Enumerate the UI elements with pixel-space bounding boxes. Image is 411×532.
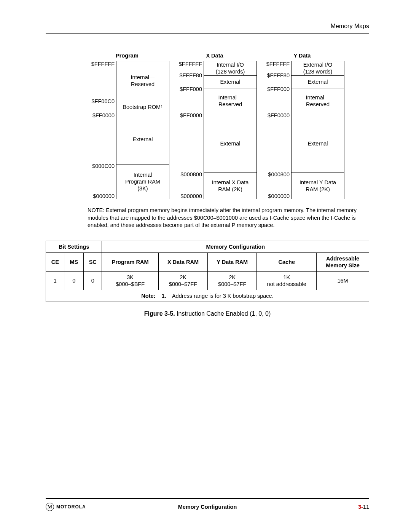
addr-label: $000000	[268, 193, 290, 199]
th-mem-config: Memory Configuration	[102, 241, 369, 252]
addr-label: $000000	[93, 193, 115, 199]
map-cell: External	[204, 76, 256, 88]
footer-center: Memory Configuration	[46, 504, 369, 510]
addr-label: $000800	[181, 171, 202, 177]
td-value: 2K$000–$7FF	[158, 272, 207, 290]
map-cell: Internal X DataRAM (2K)	[204, 173, 256, 199]
addr-label: $FFFFFF	[266, 61, 290, 67]
box-col-ydata: External I/O(128 words)ExternalInternal—…	[291, 61, 344, 199]
motorola-logo-text: MOTOROLA	[56, 504, 86, 510]
figure-label: Figure 3-5.	[144, 310, 175, 317]
box-col-xdata: Internal I/O(128 words)ExternalInternal—…	[204, 61, 257, 199]
addr-col-ydata: $FFFFFF$FFFF80$FFF000$FF0000$000800$0000…	[260, 61, 291, 200]
addr-col-xdata: $FFFFFF$FFFF80$FFF000$FF0000$000800$0000…	[172, 61, 204, 200]
motorola-logo-icon: M	[46, 503, 54, 511]
page-footer: M MOTOROLA Memory Configuration 3-11	[46, 498, 369, 511]
map-cell: Internal—Reserved	[116, 61, 169, 100]
map-cell: InternalProgram RAM(3K)	[116, 165, 169, 199]
map-cell: External	[116, 114, 169, 165]
map-cell: External	[292, 114, 344, 173]
map-cell: Bootstrap ROM1	[116, 100, 169, 114]
figure-caption: Figure 3-5. Instruction Cache Enabled (1…	[46, 310, 369, 317]
header-title: Memory Maps	[46, 23, 369, 30]
addr-label: $FFFF80	[179, 72, 202, 78]
th-sub: AddressableMemory Size	[317, 252, 369, 271]
addr-label: $FF0000	[180, 112, 202, 118]
map-cell: Internal I/O(128 words)	[204, 61, 256, 76]
addr-label: $000800	[268, 171, 290, 177]
addr-label: $000C00	[92, 163, 115, 169]
map-ydata: Y Data $FFFFFF$FFFF80$FFF000$FF0000$0008…	[260, 53, 344, 200]
td-value: 0	[84, 272, 102, 290]
map-cell: Internal—Reserved	[204, 88, 256, 115]
addr-label: $FF0000	[92, 112, 115, 118]
addr-label: $FFF000	[267, 86, 290, 92]
addr-label: $FFFF80	[267, 72, 290, 78]
map-cell: External	[292, 76, 344, 88]
map-cell: External I/O(128 words)	[292, 61, 344, 76]
map-cell: External	[204, 114, 256, 173]
th-sub: Program RAM	[102, 252, 158, 271]
map-title-xdata: X Data	[172, 53, 257, 59]
table-note: Note: 1. Address range is for 3 K bootst…	[46, 290, 369, 302]
page-chapter: 3-	[358, 504, 363, 510]
th-bit-settings: Bit Settings	[46, 241, 102, 252]
figure-caption-text: Instruction Cache Enabled (1, 0, 0)	[175, 310, 271, 317]
td-value: 0	[64, 272, 84, 290]
header-rule	[46, 33, 369, 34]
td-value: 3K$000–$BFF	[102, 272, 158, 290]
th-sub: Y Data RAM	[208, 252, 257, 271]
table-note-text: Address range is for 3 K bootstrap space…	[172, 293, 274, 299]
addr-label: $FFFFFF	[179, 61, 202, 67]
footer-page: 3-11	[358, 504, 369, 510]
memory-map-note: NOTE: External program memory begins imm…	[88, 207, 362, 229]
th-sub: SC	[84, 252, 102, 271]
map-cell: Internal Y DataRAM (2K)	[292, 173, 344, 199]
td-value: 1Knot addressable	[257, 272, 317, 290]
map-cell: Internal—Reserved	[292, 88, 344, 115]
map-title-program: Program	[85, 53, 169, 59]
footer-logo: M MOTOROLA	[46, 503, 86, 511]
map-xdata: X Data $FFFFFF$FFFF80$FFF000$FF0000$0008…	[172, 53, 257, 200]
th-sub: MS	[64, 252, 84, 271]
map-program: Program $FFFFFF$FF00C0$FF0000$000C00$000…	[85, 53, 169, 200]
addr-label: $FFF000	[180, 86, 202, 92]
addr-label: $FF00C0	[92, 98, 115, 104]
config-table: Bit Settings Memory Configuration CEMSSC…	[46, 241, 369, 302]
td-value: 2K$000–$7FF	[208, 272, 257, 290]
addr-label: $FFFFFF	[91, 61, 115, 67]
map-title-ydata: Y Data	[260, 53, 344, 59]
memory-maps: Program $FFFFFF$FF00C0$FF0000$000C00$000…	[60, 53, 369, 200]
table-note-label: Note:	[141, 293, 155, 299]
th-sub: CE	[46, 252, 64, 271]
th-sub: Cache	[257, 252, 317, 271]
table-note-num: 1.	[161, 293, 166, 299]
box-col-program: Internal—ReservedBootstrap ROM1ExternalI…	[116, 61, 169, 199]
page-number: 11	[363, 504, 369, 510]
addr-label: $000000	[181, 193, 202, 199]
td-value: 1	[46, 272, 64, 290]
th-sub: X Data RAM	[158, 252, 207, 271]
td-value: 16M	[317, 272, 369, 290]
addr-col-program: $FFFFFF$FF00C0$FF0000$000C00$000000	[85, 61, 116, 200]
addr-label: $FF0000	[268, 112, 290, 118]
